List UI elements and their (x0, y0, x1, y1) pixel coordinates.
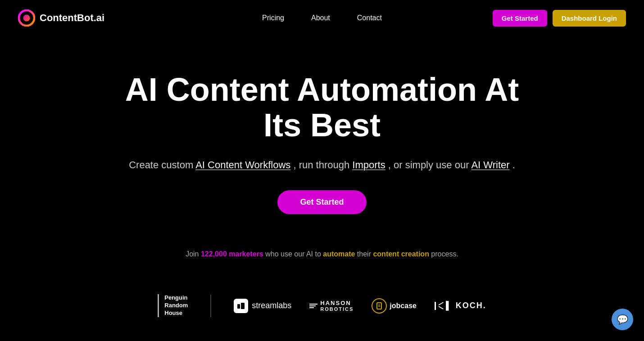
nav-contact[interactable]: Contact (357, 14, 382, 22)
social-proof-content: content creation (373, 250, 429, 258)
hr-bars-icon (309, 304, 317, 308)
logo-icon (18, 9, 35, 27)
brand-divider-1 (210, 295, 211, 317)
koch-icon (435, 302, 444, 310)
jobcase-svg (375, 301, 384, 310)
dashboard-login-button[interactable]: Dashboard Login (553, 10, 626, 27)
hero-subtitle: Create custom AI Content Workflows , run… (129, 157, 515, 172)
subtitle-link-imports[interactable]: Imports (352, 159, 385, 170)
chat-icon: 💬 (617, 314, 628, 325)
social-proof-end: process. (431, 250, 458, 258)
nav-pricing[interactable]: Pricing (262, 14, 284, 22)
jobcase-label: jobcase (390, 302, 417, 310)
get-started-button-header[interactable]: Get Started (493, 10, 547, 27)
subtitle-link-workflows[interactable]: AI Content Workflows (195, 159, 290, 170)
brand-koch: ▌ KOCH. (435, 301, 486, 310)
subtitle-link-aiwriter[interactable]: AI Writer (471, 159, 509, 170)
brand-jobcase: jobcase (372, 298, 417, 314)
social-proof-automate: automate (323, 250, 355, 258)
streamlabs-label: streamlabs (252, 301, 291, 310)
svg-rect-2 (237, 304, 240, 309)
svg-rect-4 (377, 303, 381, 309)
hr-bar-3 (309, 307, 314, 308)
main-nav: Pricing About Contact (262, 14, 382, 22)
hr-bar-2 (309, 305, 316, 306)
random-label: Random (164, 302, 188, 310)
social-proof-prefix: Join (186, 250, 199, 258)
subtitle-end: . (512, 159, 515, 170)
koch-bar-1 (435, 302, 436, 310)
streamlabs-icon (234, 299, 248, 313)
svg-point-1 (23, 14, 30, 21)
hanson-text: HANSON ROBOTICS (320, 300, 354, 312)
get-started-button-hero[interactable]: Get Started (277, 190, 366, 214)
social-proof-their: their (357, 250, 373, 258)
social-proof-middle: who use our AI to (265, 250, 323, 258)
nav-about[interactable]: About (311, 14, 330, 22)
house-label: House (164, 310, 188, 317)
streamlabs-svg (236, 301, 245, 310)
koch-k-shape (438, 305, 444, 307)
header-buttons: Get Started Dashboard Login (493, 10, 626, 27)
brand-streamlabs: streamlabs (234, 299, 291, 313)
social-proof: Join 122,000 marketers who use our AI to… (0, 241, 644, 276)
svg-rect-3 (241, 303, 245, 309)
robotics-label: ROBOTICS (320, 306, 354, 312)
hero-title: AI Content Automation At Its Best (119, 72, 525, 143)
header: ContentBot.ai Pricing About Contact Get … (0, 0, 644, 36)
brand-name: ContentBot.ai (40, 12, 104, 24)
jobcase-icon (372, 298, 387, 314)
penguin-label: Penguin (164, 294, 188, 302)
brand-hanson-robotics: HANSON ROBOTICS (309, 300, 354, 312)
subtitle-suffix: , or simply use our (388, 159, 469, 170)
hanson-label: HANSON (320, 300, 354, 306)
hero-section: AI Content Automation At Its Best Create… (0, 36, 644, 241)
subtitle-mid: , run through (293, 159, 349, 170)
subtitle-prefix: Create custom (129, 159, 193, 170)
chat-button[interactable]: 💬 (612, 309, 633, 330)
hr-bar-1 (309, 304, 317, 305)
logo-area: ContentBot.ai (18, 9, 104, 27)
social-proof-marketers: 122,000 marketers (201, 250, 263, 258)
brand-logos: Penguin Random House streamlabs HANSON R… (0, 276, 644, 341)
brand-penguin-random-house: Penguin Random House (158, 294, 188, 317)
koch-label: ▌ KOCH. (446, 301, 486, 310)
